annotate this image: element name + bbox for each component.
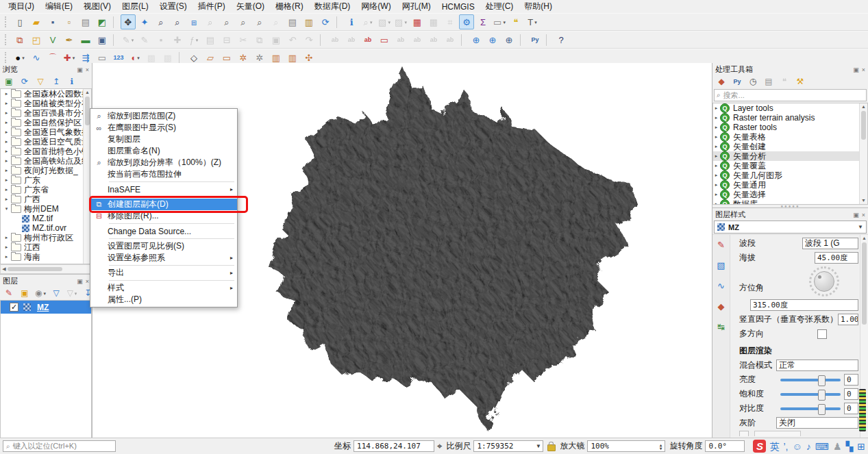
- layer-name[interactable]: MZ: [37, 303, 49, 312]
- toolbar-grip[interactable]: [5, 52, 10, 63]
- menu-帮助H[interactable]: 帮助(H): [519, 0, 558, 13]
- context-menu-item[interactable]: ∞在鹰眼图中显示(S): [90, 122, 237, 134]
- toolbar-grip[interactable]: [5, 34, 10, 45]
- sogou-grid-icon[interactable]: ⊞: [857, 442, 865, 451]
- sogou-keyboard-icon[interactable]: ⌨: [815, 442, 829, 451]
- styling-float-icon[interactable]: ▣: [853, 212, 859, 218]
- refresh-browser-button[interactable]: ⟳: [18, 75, 32, 88]
- tree-expander-icon[interactable]: ▸: [3, 120, 10, 125]
- context-menu-item[interactable]: 导出▸: [90, 267, 237, 279]
- context-menu-item[interactable]: ⌕缩放到原始分辨率（100%）(Z): [90, 157, 237, 168]
- context-menu-item[interactable]: ⊟移除图层(R)...: [90, 210, 237, 222]
- tree-expander-icon[interactable]: ▸: [3, 110, 10, 116]
- extents-toggle-icon[interactable]: ⌖: [437, 441, 442, 452]
- add-group-button[interactable]: ▣: [18, 286, 32, 300]
- menu-视图V[interactable]: 视图(V): [78, 0, 116, 13]
- pin-labels-button[interactable]: ab: [360, 32, 375, 47]
- toolbox-vscrollbar[interactable]: ▲ ▼: [859, 103, 867, 204]
- layer-item-mz[interactable]: ✓ MZ: [1, 301, 91, 314]
- collapse-all-browser-button[interactable]: ↥: [49, 75, 63, 88]
- toolbox-group[interactable]: ▸QLayer tools: [713, 103, 859, 113]
- tree-expander-icon[interactable]: ▸: [3, 149, 10, 154]
- new-geopackage-layer-button[interactable]: ▬: [78, 32, 93, 47]
- text-annotation-button[interactable]: T▾: [525, 14, 540, 29]
- map-tips-button[interactable]: ❝: [508, 14, 523, 29]
- browser-item[interactable]: ▸江西: [1, 242, 83, 252]
- scroll-down-icon[interactable]: ▼: [861, 197, 866, 204]
- sogou-emoji-icon[interactable]: ☺: [792, 442, 802, 451]
- scroll-thumb[interactable]: [85, 97, 90, 125]
- add-wcs-layer-button[interactable]: ⊕: [485, 32, 500, 47]
- toolbox-models-button[interactable]: ◆: [715, 75, 728, 88]
- altitude-input[interactable]: 45.00度: [815, 252, 858, 264]
- browser-close-icon[interactable]: ×: [86, 66, 89, 73]
- blend-mode-select[interactable]: 正常: [776, 360, 858, 371]
- browser-item[interactable]: ▸夜间灯光数据_: [1, 166, 83, 175]
- scroll-left-icon[interactable]: ◀: [1, 266, 8, 272]
- brightness-slider[interactable]: [780, 379, 841, 381]
- open-layer-styling-button[interactable]: ✎: [2, 286, 16, 300]
- highlight-pinned-labels-button[interactable]: ▭: [377, 32, 392, 47]
- context-menu-item[interactable]: 设置坐标参照系▸: [90, 252, 237, 264]
- menu-项目J[interactable]: 项目(J): [3, 0, 40, 13]
- data-source-manager-button[interactable]: ⧉: [12, 32, 27, 47]
- sogou-punct-icon[interactable]: ’,: [783, 442, 788, 451]
- add-wms-layer-button[interactable]: ⊕: [469, 32, 484, 47]
- toolbox-python-button[interactable]: Py: [730, 75, 744, 88]
- browser-item[interactable]: ▸广东省: [1, 185, 83, 194]
- zoom-last-button[interactable]: ⌕: [252, 14, 267, 29]
- tree-expander-icon[interactable]: ▸: [713, 201, 719, 204]
- new-virtual-layer-button[interactable]: ▣: [95, 32, 110, 47]
- azimuth-dial[interactable]: [809, 266, 839, 297]
- browser-item[interactable]: ▸海南: [1, 252, 83, 262]
- toolbox-float-icon[interactable]: ▣: [853, 66, 859, 73]
- contrast-slider[interactable]: [780, 407, 841, 410]
- context-menu-item[interactable]: Change Data Source...: [90, 225, 237, 237]
- tree-expander-icon[interactable]: ▸: [3, 254, 10, 260]
- project-save-as-button[interactable]: ▫: [62, 14, 77, 29]
- tree-expander-icon[interactable]: ▸: [713, 182, 719, 188]
- spinner-arrows-icon[interactable]: ▲▼: [660, 443, 662, 450]
- menu-图层L[interactable]: 图层(L): [116, 0, 154, 13]
- measure-button[interactable]: ▭▾: [492, 14, 507, 29]
- context-menu-item[interactable]: InaSAFE▸: [90, 184, 237, 195]
- new-bookmark-button[interactable]: ▤: [285, 14, 300, 29]
- add-vector-layer-button[interactable]: ◰: [29, 32, 44, 47]
- toolbox-options-button[interactable]: ⚒: [793, 75, 807, 88]
- filter-browser-button[interactable]: ▽: [34, 75, 47, 88]
- layers-float-icon[interactable]: ▣: [77, 278, 83, 285]
- toolbox-search-input[interactable]: ⌕ 搜索...: [714, 89, 867, 101]
- rendering-tab-button[interactable]: ◆: [714, 299, 728, 314]
- tree-expander-icon[interactable]: ▸: [713, 134, 719, 140]
- zfactor-input[interactable]: 1.0000000: [838, 314, 858, 325]
- transparency-tab-button[interactable]: ▧: [714, 258, 728, 273]
- tree-expander-icon[interactable]: ▸: [3, 168, 10, 173]
- zoom-to-layer-button[interactable]: ⌕: [219, 14, 234, 29]
- zoom-in-button[interactable]: ⌕: [153, 14, 169, 29]
- pan-map-button[interactable]: ✥: [121, 14, 136, 29]
- styling-close-icon[interactable]: ×: [862, 212, 865, 218]
- lock-scale-icon[interactable]: [547, 444, 556, 451]
- history-tab-button[interactable]: ↹: [714, 320, 728, 334]
- tree-expander-icon[interactable]: ▸: [3, 187, 10, 192]
- toolbox-close-icon[interactable]: ×: [862, 66, 865, 73]
- tree-expander-icon[interactable]: ▸: [3, 197, 10, 202]
- menu-网络W[interactable]: 网络(W): [356, 0, 396, 13]
- menu-栅格R[interactable]: 栅格(R): [270, 0, 309, 13]
- rotation-input[interactable]: 0.0°: [705, 440, 745, 452]
- grayscale-select[interactable]: 关闭: [776, 417, 858, 429]
- tree-expander-icon[interactable]: ▸: [3, 244, 10, 250]
- style-manager-button[interactable]: ◩: [95, 14, 110, 29]
- tree-expander-icon[interactable]: ▸: [3, 177, 10, 183]
- tree-expander-icon[interactable]: ▸: [713, 144, 719, 149]
- context-menu-item[interactable]: 属性...(P): [90, 294, 237, 305]
- identify-features-button[interactable]: ℹ: [344, 14, 359, 29]
- layers-close-icon[interactable]: ×: [86, 278, 89, 285]
- browser-float-icon[interactable]: ▣: [77, 66, 83, 73]
- zoom-full-button[interactable]: ⧈: [186, 14, 201, 29]
- menu-编辑E[interactable]: 编辑(E): [40, 0, 78, 13]
- menu-HCMGIS[interactable]: HCMGIS: [436, 1, 480, 12]
- band-select[interactable]: 波段 1 (G: [802, 238, 858, 249]
- scroll-up-icon[interactable]: ▲: [85, 89, 90, 96]
- filter-legend-button[interactable]: ▽: [49, 286, 63, 300]
